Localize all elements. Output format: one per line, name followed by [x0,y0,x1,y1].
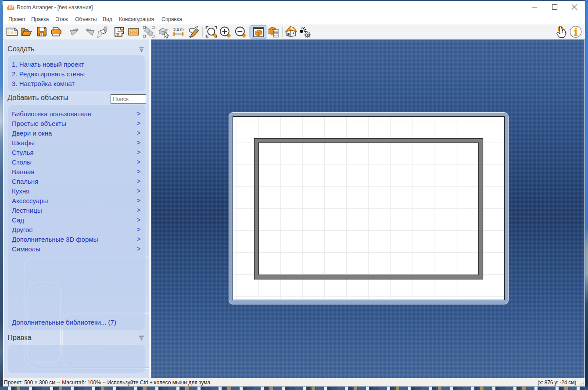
svg-text:3,5 m: 3,5 m [173,27,184,32]
